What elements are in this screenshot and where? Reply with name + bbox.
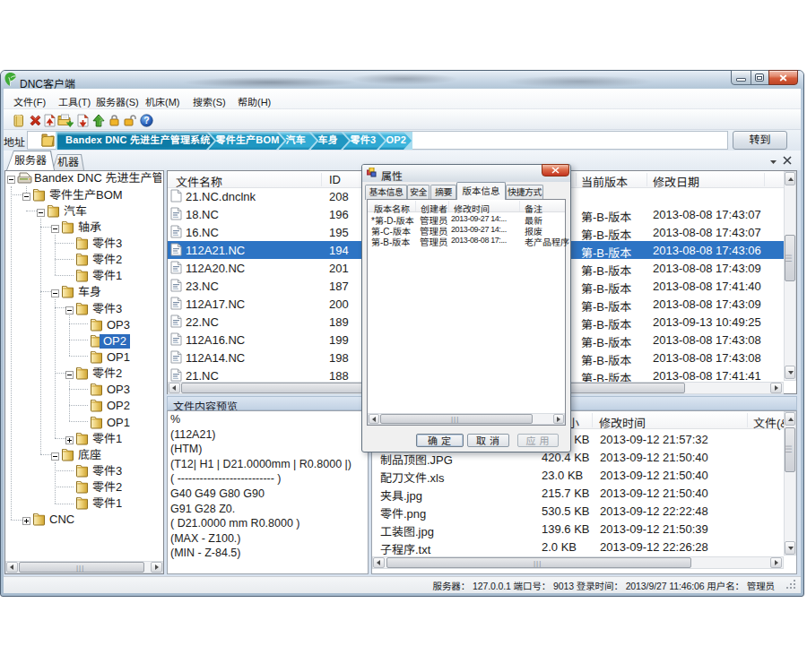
svg-text:?: ? — [143, 115, 149, 125]
